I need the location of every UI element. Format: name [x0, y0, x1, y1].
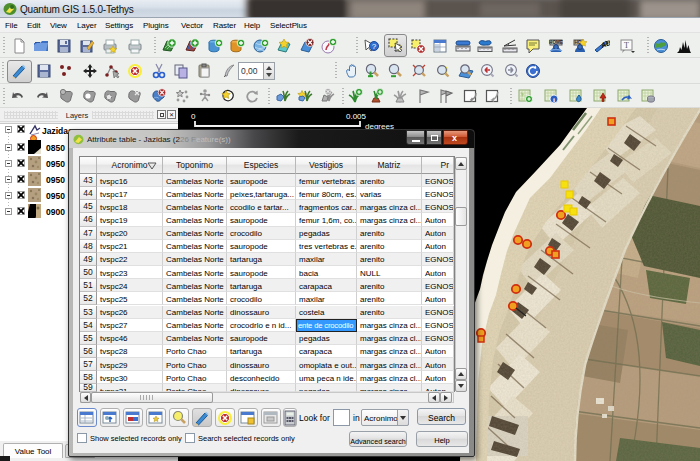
svg-text:0.005: 0.005: [346, 112, 367, 121]
svg-text:?: ?: [372, 42, 377, 51]
svg-text:0: 0: [191, 112, 196, 121]
svg-text:T: T: [624, 41, 629, 50]
svg-text:i: i: [553, 96, 555, 104]
